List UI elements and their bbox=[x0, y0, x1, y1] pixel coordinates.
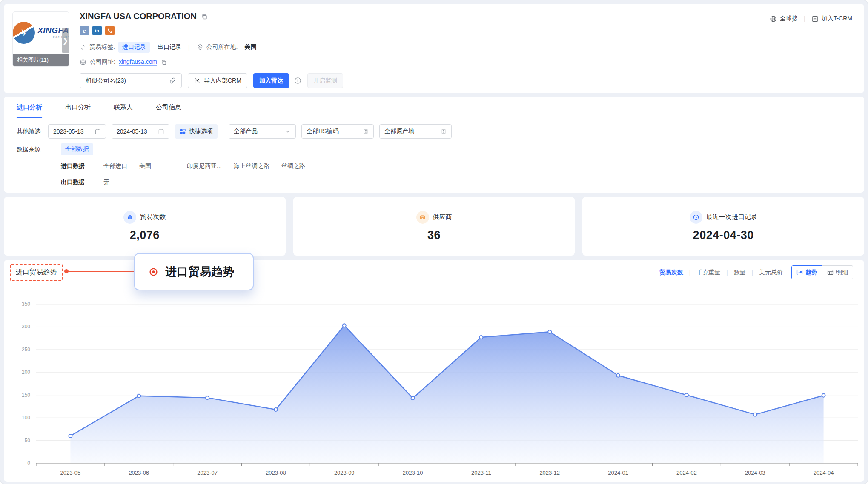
document-list-icon bbox=[363, 128, 369, 134]
svg-text:2023-10: 2023-10 bbox=[403, 470, 423, 476]
tab-export-analysis[interactable]: 出口分析 bbox=[65, 97, 91, 118]
divider: | bbox=[804, 15, 805, 22]
phone-icon[interactable] bbox=[105, 26, 115, 35]
svg-text:2024-02: 2024-02 bbox=[676, 470, 697, 476]
stat-label: 供应商 bbox=[433, 213, 452, 221]
table-icon bbox=[827, 269, 834, 276]
import-trend-card: 进口贸易趋势 进口贸易趋势 贸易次数 | 千克重量 | 数量 | 美元总价 bbox=[4, 260, 864, 482]
chart-controls: 贸易次数 | 千克重量 | 数量 | 美元总价 趋势 bbox=[659, 265, 853, 279]
import-internal-crm-button[interactable]: 导入内部CRM bbox=[188, 73, 247, 88]
location-pin-icon bbox=[197, 44, 203, 51]
stat-value-suppliers: 36 bbox=[427, 229, 441, 242]
company-trade-page: ✈ XINGFA GROUP ❯ 相关图片(11) XINGFA USA COR… bbox=[0, 0, 868, 484]
svg-text:0: 0 bbox=[27, 460, 30, 466]
trade-tag-icon bbox=[80, 44, 86, 51]
detail-view-button[interactable]: 明细 bbox=[822, 265, 853, 279]
svg-text:200: 200 bbox=[22, 369, 30, 375]
company-header-card: ✈ XINGFA GROUP ❯ 相关图片(11) XINGFA USA COR… bbox=[4, 4, 864, 93]
related-images-label[interactable]: 相关图片(11) bbox=[13, 54, 69, 66]
svg-text:2023-09: 2023-09 bbox=[334, 470, 355, 476]
svg-text:2024-03: 2024-03 bbox=[745, 470, 765, 476]
supplier-store-icon bbox=[416, 211, 429, 224]
view-toggle: 趋势 明细 bbox=[791, 265, 853, 279]
svg-text:50: 50 bbox=[25, 438, 31, 444]
globe-icon bbox=[80, 59, 86, 65]
import-trend-area-chart[interactable]: 0501001502002503003502023-052023-062023-… bbox=[8, 294, 861, 484]
callout-title: 进口贸易趋势 bbox=[165, 264, 234, 279]
trend-view-button[interactable]: 趋势 bbox=[791, 265, 822, 279]
stat-value-trade-count: 2,076 bbox=[130, 229, 160, 242]
export-data-row: 出口数据 无 bbox=[61, 179, 121, 186]
global-search-button[interactable]: 全球搜 bbox=[770, 15, 798, 23]
website-browser-icon[interactable]: e bbox=[80, 26, 89, 35]
globe-search-icon bbox=[770, 15, 777, 23]
start-monitoring-button[interactable]: 开启监测 bbox=[307, 73, 343, 88]
linkedin-icon[interactable]: in bbox=[92, 26, 102, 35]
social-links: e in bbox=[80, 26, 728, 35]
import-source-silk-road[interactable]: 丝绸之路 bbox=[281, 162, 305, 170]
add-radar-button[interactable]: 加入雷达 bbox=[253, 73, 289, 88]
stat-card-suppliers: 供应商 36 bbox=[293, 197, 575, 256]
location-value: 美国 bbox=[244, 43, 256, 51]
quick-options-grid-icon bbox=[180, 128, 186, 135]
all-hs-codes-select[interactable]: 全部HS编码 bbox=[301, 124, 374, 139]
svg-text:2023-05: 2023-05 bbox=[60, 470, 81, 476]
export-data-value: 无 bbox=[103, 179, 109, 186]
end-date-input[interactable]: 2024-05-13 bbox=[112, 124, 169, 139]
svg-text:2023-07: 2023-07 bbox=[197, 470, 218, 476]
svg-text:2023-11: 2023-11 bbox=[471, 470, 491, 476]
start-date-input[interactable]: 2023-05-13 bbox=[48, 124, 106, 139]
import-icon bbox=[194, 77, 201, 84]
svg-text:2023-06: 2023-06 bbox=[129, 470, 149, 476]
import-source-usa[interactable]: 美国 bbox=[139, 162, 151, 170]
copy-company-name-icon[interactable] bbox=[201, 13, 208, 20]
tab-company-info[interactable]: 公司信息 bbox=[156, 97, 181, 118]
import-record-tag[interactable]: 进口记录 bbox=[118, 42, 150, 53]
all-data-chip[interactable]: 全部数据 bbox=[61, 143, 93, 155]
all-origin-select[interactable]: 全部原产地 bbox=[379, 124, 452, 139]
export-record-tag[interactable]: 出口记录 bbox=[158, 43, 181, 51]
website-label: 公司网址: bbox=[90, 58, 115, 66]
metric-usd-total[interactable]: 美元总价 bbox=[759, 269, 783, 276]
next-image-chevron-icon[interactable]: ❯ bbox=[62, 28, 69, 53]
company-logo: ✈ XINGFA GROUP bbox=[13, 12, 69, 54]
similar-companies-button[interactable]: 相似公司名(23) bbox=[80, 73, 182, 88]
document-list-icon bbox=[441, 128, 447, 134]
data-source-label: 数据来源 bbox=[17, 146, 40, 154]
import-trend-title: 进口贸易趋势 bbox=[10, 264, 63, 281]
company-logo-card[interactable]: ✈ XINGFA GROUP ❯ 相关图片(11) bbox=[12, 11, 69, 67]
svg-text:2023-08: 2023-08 bbox=[266, 470, 286, 476]
stat-card-trade-count: 贸易次数 2,076 bbox=[4, 197, 286, 256]
info-icon[interactable] bbox=[294, 77, 301, 84]
trend-icon bbox=[796, 269, 803, 276]
svg-text:2023-12: 2023-12 bbox=[539, 470, 560, 476]
join-tcrm-button[interactable]: 加入T-CRM bbox=[811, 15, 852, 23]
filter-row: 其他筛选 2023-05-13 2024-05-13 bbox=[17, 124, 452, 139]
metric-trade-count[interactable]: 贸易次数 bbox=[659, 269, 683, 276]
other-filters-label: 其他筛选 bbox=[17, 128, 40, 135]
tab-bar: 进口分析 出口分析 联系人 公司信息 bbox=[4, 97, 864, 118]
metric-kg-weight[interactable]: 千克重量 bbox=[696, 269, 720, 276]
copy-website-icon[interactable] bbox=[160, 59, 167, 65]
tab-import-analysis[interactable]: 进口分析 bbox=[17, 97, 42, 118]
chevron-down-icon bbox=[285, 128, 291, 134]
svg-text:250: 250 bbox=[22, 347, 30, 353]
import-source-all[interactable]: 全部进口 bbox=[103, 162, 127, 170]
plane-icon: ✈ bbox=[19, 27, 29, 39]
calendar-icon bbox=[158, 128, 164, 135]
import-source-indonesia[interactable]: 印度尼西亚... bbox=[187, 162, 222, 170]
tab-contacts[interactable]: 联系人 bbox=[114, 97, 133, 118]
crm-badge-icon bbox=[811, 15, 819, 23]
company-name: XINGFA USA CORPORATION bbox=[80, 11, 197, 21]
analysis-panel: 进口分析 出口分析 联系人 公司信息 其他筛选 2023-05-13 2024-… bbox=[4, 97, 864, 193]
bar-chart-icon bbox=[123, 211, 136, 224]
metric-quantity[interactable]: 数量 bbox=[734, 269, 746, 276]
import-source-maritime-silk-road[interactable]: 海上丝绸之路 bbox=[234, 162, 269, 170]
clock-icon bbox=[690, 211, 702, 224]
all-products-select[interactable]: 全部产品 bbox=[229, 124, 296, 139]
import-trend-callout: 进口贸易趋势 bbox=[134, 253, 254, 290]
location-label: 公司所在地: bbox=[206, 43, 238, 51]
quick-options-button[interactable]: 快捷选项 bbox=[175, 124, 218, 139]
bullseye-icon bbox=[149, 267, 158, 277]
website-link[interactable]: xingfausa.com bbox=[119, 58, 157, 66]
